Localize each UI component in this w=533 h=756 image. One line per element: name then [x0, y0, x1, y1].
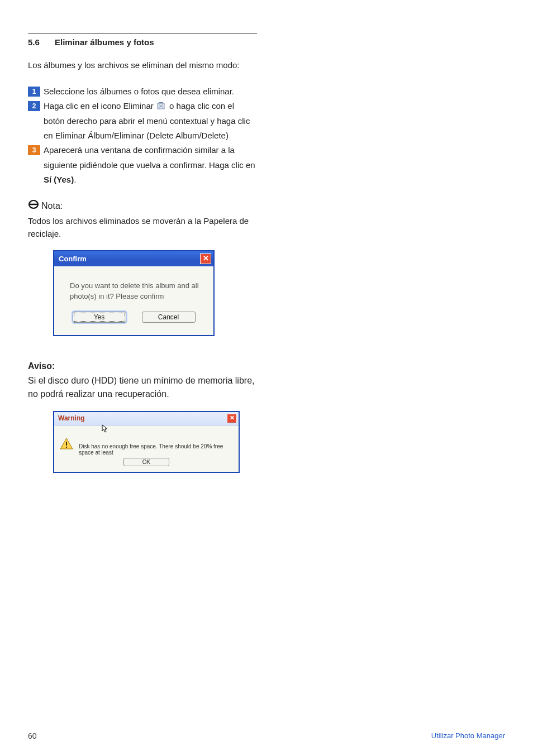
- aviso-block: Aviso: Si el disco duro (HDD) tiene un m…: [28, 360, 257, 401]
- warning-title: Warning: [58, 414, 85, 422]
- step-1: 1 Seleccione los álbumes o fotos que des…: [28, 84, 257, 99]
- ok-button[interactable]: OK: [123, 458, 169, 466]
- cancel-button[interactable]: Cancel: [142, 312, 196, 323]
- svg-rect-6: [66, 442, 67, 446]
- aviso-body: Si el disco duro (HDD) tiene un mínimo d…: [28, 376, 254, 399]
- warning-message: Disk has no enough free space. There sho…: [79, 438, 234, 456]
- page-footer: 60 Utilizar Photo Manager: [28, 731, 505, 740]
- yes-button[interactable]: Yes: [73, 312, 126, 323]
- note-icon: [28, 199, 39, 213]
- section-divider: [28, 34, 257, 34]
- page-number: 60: [28, 731, 37, 740]
- svg-rect-3: [159, 102, 163, 103]
- step-2: 2 Haga clic en el icono Eliminar o haga …: [28, 99, 257, 143]
- svg-rect-5: [29, 204, 38, 205]
- step-number-1: 1: [28, 87, 40, 97]
- note-body: Todos los archivos eliminados se moverán…: [28, 214, 257, 241]
- step-3: 3 Aparecerá una ventana de confirmación …: [28, 143, 257, 187]
- step-2-text: Haga clic en el icono Eliminar o haga cl…: [44, 99, 257, 143]
- confirm-message: Do you want to delete this album and all…: [54, 266, 213, 311]
- step-1-text: Seleccione los álbumes o fotos que desea…: [44, 84, 257, 99]
- close-icon[interactable]: ✕: [200, 253, 211, 264]
- step-3-text: Aparecerá una ventana de confirmación si…: [44, 143, 257, 187]
- note-heading: Nota:: [41, 199, 63, 213]
- confirm-titlebar: Confirm ✕: [54, 251, 213, 266]
- step-number-3: 3: [28, 145, 40, 155]
- warning-dialog: Warning ✕ Disk has no enough free space.…: [53, 411, 240, 473]
- step-3-bold: Sí (Yes): [44, 175, 74, 184]
- note-block: Nota: Todos los archivos eliminados se m…: [28, 199, 257, 240]
- footer-label: Utilizar Photo Manager: [431, 731, 505, 740]
- cursor-icon: [54, 425, 239, 436]
- section-number: 5.6: [28, 37, 55, 47]
- warning-titlebar: Warning ✕: [54, 412, 239, 425]
- intro-text: Los álbumes y los archivos se eliminan d…: [28, 59, 257, 72]
- step-2-part-a: Haga clic en el icono Eliminar: [44, 101, 156, 111]
- step-number-2: 2: [28, 101, 40, 111]
- svg-rect-7: [66, 447, 67, 448]
- step-3-part-a: Aparecerá una ventana de confirmación si…: [44, 145, 255, 169]
- step-3-part-b: .: [74, 175, 76, 184]
- confirm-dialog: Confirm ✕ Do you want to delete this alb…: [53, 250, 215, 336]
- close-icon[interactable]: ✕: [227, 414, 237, 423]
- steps-list: 1 Seleccione los álbumes o fotos que des…: [28, 84, 257, 188]
- section-title: Eliminar álbumes y fotos: [55, 37, 154, 47]
- warning-icon: [60, 438, 73, 450]
- delete-icon: [157, 99, 166, 114]
- section-heading: 5.6 Eliminar álbumes y fotos: [28, 37, 257, 47]
- confirm-title: Confirm: [59, 255, 87, 263]
- aviso-heading: Aviso:: [28, 360, 257, 373]
